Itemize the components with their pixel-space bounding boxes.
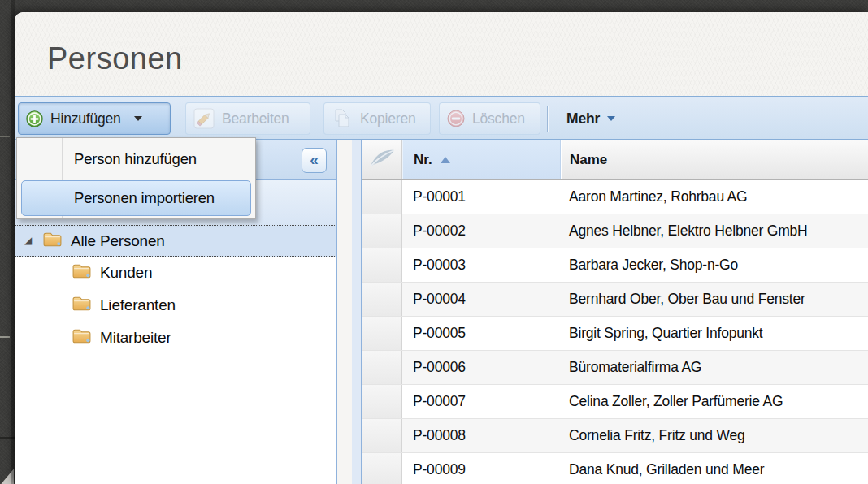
row-nr-cell: P-00001 <box>402 180 561 214</box>
row-gutter-cell[interactable] <box>362 419 402 452</box>
row-name-cell: Bernhard Ober, Ober Bau und Fenster <box>561 283 868 316</box>
desktop-edge-mark <box>0 136 10 137</box>
column-header-nr[interactable]: Nr. <box>402 140 561 179</box>
menu-item-label: Person hinzufügen <box>74 150 197 168</box>
column-label: Name <box>570 152 607 168</box>
sort-ascending-icon <box>441 157 450 163</box>
pencil-icon <box>193 108 215 129</box>
row-gutter-cell[interactable] <box>362 453 402 484</box>
tree-item-label: Mitarbeiter <box>100 329 171 347</box>
minus-circle-icon <box>447 110 465 127</box>
table-row[interactable]: P-00001 Aaron Martinez, Rohrbau AG <box>362 180 868 214</box>
edit-button-label: Bearbeiten <box>222 110 289 127</box>
row-gutter-cell[interactable] <box>362 283 402 316</box>
persons-table: Nr. Name P-00001 Aaron Martinez, Rohrbau… <box>362 140 868 484</box>
expand-arrow-icon[interactable]: ◢ <box>24 235 36 246</box>
toolbar: Hinzufügen Bearbeiten <box>15 96 868 140</box>
row-gutter-cell[interactable] <box>362 214 402 248</box>
toolbar-separator <box>547 106 549 132</box>
column-header-name[interactable]: Name <box>561 140 868 179</box>
menu-item-person-hinzufuegen[interactable]: Person hinzufügen <box>17 141 255 177</box>
table-row[interactable]: P-00002 Agnes Helbner, Elektro Helbner G… <box>362 214 868 248</box>
copy-button-label: Kopieren <box>360 110 415 127</box>
copy-pages-icon <box>332 108 353 129</box>
tree-item-alle-personen[interactable]: ◢ Alle Personen <box>15 225 336 257</box>
row-name-cell: Büromaterialfirma AG <box>561 351 868 384</box>
folder-tree: ◢ Alle Personen <box>15 225 336 484</box>
feather-icon <box>367 145 397 174</box>
more-button[interactable]: Mehr <box>558 102 623 135</box>
row-nr-cell: P-00004 <box>402 283 561 316</box>
column-header-icon[interactable] <box>362 140 402 179</box>
row-nr-cell: P-00006 <box>402 351 561 384</box>
copy-button[interactable]: Kopieren <box>323 102 431 135</box>
row-name-cell: Birgit Spring, Quartier Infopunkt <box>561 317 868 350</box>
table-body: P-00001 Aaron Martinez, Rohrbau AG P-000… <box>362 180 868 484</box>
tree-item-kunden[interactable]: Kunden <box>15 257 336 289</box>
table-row[interactable]: P-00006 Büromaterialfirma AG <box>362 351 868 385</box>
row-gutter-cell[interactable] <box>362 351 402 384</box>
delete-button[interactable]: Löschen <box>439 102 540 135</box>
folder-icon <box>72 294 92 317</box>
row-name-cell: Agnes Helbner, Elektro Helbner GmbH <box>561 214 868 248</box>
folder-icon <box>42 230 63 253</box>
row-nr-cell: P-00009 <box>402 453 561 484</box>
table-row[interactable]: P-00007 Celina Zoller, Zoller Parfümerie… <box>362 385 868 419</box>
row-nr-cell: P-00008 <box>402 419 561 452</box>
delete-button-label: Löschen <box>472 110 525 127</box>
add-button[interactable]: Hinzufügen <box>18 102 171 135</box>
table-row[interactable]: P-00008 Cornelia Fritz, Fritz und Weg <box>362 419 868 453</box>
row-name-cell: Dana Knud, Grilladen und Meer <box>561 453 868 484</box>
plus-circle-icon <box>26 110 43 127</box>
page-title: Personen <box>47 41 183 76</box>
table-row[interactable]: P-00009 Dana Knud, Grilladen und Meer <box>362 453 868 484</box>
menu-item-personen-importieren[interactable]: Personen importieren <box>21 180 251 216</box>
page-header: Personen <box>15 12 868 96</box>
chevron-down-icon <box>134 116 142 121</box>
add-button-label: Hinzufügen <box>50 110 121 127</box>
tree-item-label: Kunden <box>100 264 152 282</box>
add-dropdown-menu: Person hinzufügen Personen importieren <box>16 137 256 219</box>
table-row[interactable]: P-00003 Barbara Jecker, Shop-n-Go <box>362 248 868 283</box>
row-nr-cell: P-00003 <box>402 248 561 282</box>
edit-button[interactable]: Bearbeiten <box>185 102 310 135</box>
row-name-cell: Aaron Martinez, Rohrbau AG <box>561 180 868 214</box>
chevrons-left-icon: « <box>310 152 319 167</box>
row-name-cell: Celina Zoller, Zoller Parfümerie AG <box>561 385 868 418</box>
row-gutter-cell[interactable] <box>362 317 402 350</box>
row-name-cell: Barbara Jecker, Shop-n-Go <box>561 248 868 282</box>
chevron-down-icon <box>607 116 615 121</box>
column-label: Nr. <box>414 152 432 168</box>
table-row[interactable]: P-00004 Bernhard Ober, Ober Bau und Fens… <box>362 283 868 317</box>
desktop-edge-mark <box>0 336 10 338</box>
row-nr-cell: P-00002 <box>402 214 561 248</box>
sidebar-splitter[interactable] <box>352 140 362 484</box>
row-nr-cell: P-00005 <box>402 317 561 350</box>
folder-icon <box>72 261 92 284</box>
row-gutter-cell[interactable] <box>362 385 402 418</box>
row-nr-cell: P-00007 <box>402 385 561 418</box>
row-name-cell: Cornelia Fritz, Fritz und Weg <box>561 419 868 452</box>
folder-icon <box>72 326 92 349</box>
tree-item-mitarbeiter[interactable]: Mitarbeiter <box>15 322 336 354</box>
menu-item-label: Personen importieren <box>74 189 215 207</box>
tree-item-label: Alle Personen <box>71 232 165 250</box>
row-gutter-cell[interactable] <box>362 248 402 282</box>
tree-item-label: Lieferanten <box>100 296 176 314</box>
app-window: Personen Hinzufügen <box>15 12 868 484</box>
row-gutter-cell[interactable] <box>362 180 402 214</box>
table-header: Nr. Name <box>362 140 868 180</box>
tree-item-lieferanten[interactable]: Lieferanten <box>15 289 336 322</box>
table-row[interactable]: P-00005 Birgit Spring, Quartier Infopunk… <box>362 317 868 351</box>
more-button-label: Mehr <box>566 110 600 127</box>
collapse-sidebar-button[interactable]: « <box>302 148 327 173</box>
